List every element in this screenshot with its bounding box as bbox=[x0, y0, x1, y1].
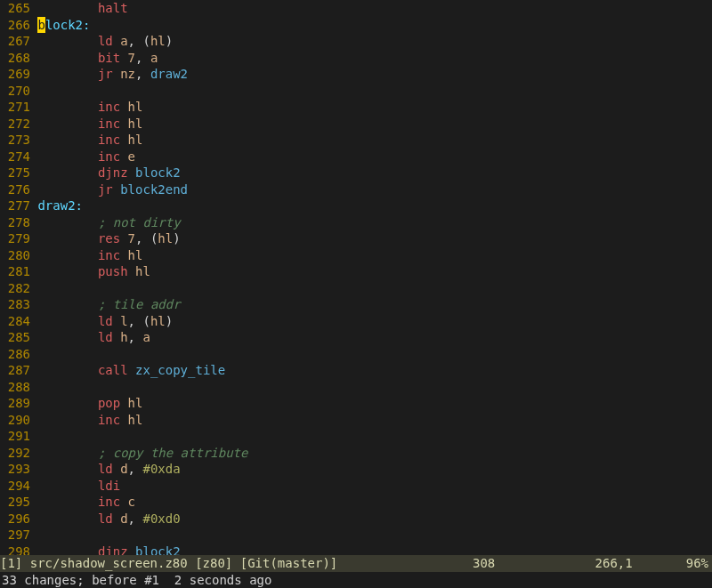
line-number: 289 bbox=[0, 395, 30, 412]
code-content: djnz block2 bbox=[37, 165, 180, 181]
line-number: 281 bbox=[0, 263, 30, 280]
code-line[interactable]: 290 inc hl bbox=[0, 412, 712, 429]
line-number: 284 bbox=[0, 313, 30, 330]
code-line[interactable]: 274 inc e bbox=[0, 149, 712, 165]
code-content: inc e bbox=[37, 149, 135, 165]
line-number: 274 bbox=[0, 149, 30, 165]
code-line[interactable]: 273 inc hl bbox=[0, 132, 712, 149]
line-number: 287 bbox=[0, 362, 30, 379]
line-number: 267 bbox=[0, 33, 30, 50]
code-content: res 7, (hl) bbox=[37, 230, 180, 247]
code-line[interactable]: 278 ; not dirty bbox=[0, 214, 712, 231]
code-line[interactable]: 271 inc hl bbox=[0, 99, 712, 116]
code-content: inc hl bbox=[37, 132, 142, 149]
line-number: 282 bbox=[0, 280, 30, 297]
code-content: jr block2end bbox=[37, 181, 188, 198]
code-line[interactable]: 282 bbox=[0, 280, 712, 297]
status-scroll-pct: 96% bbox=[686, 555, 712, 572]
status-file: [1] src/shadow_screen.z80 [z80] [Git(mas… bbox=[0, 555, 337, 572]
line-number: 286 bbox=[0, 346, 30, 363]
code-content: ld l, (hl) bbox=[37, 313, 173, 330]
code-line[interactable]: 293 ld d, #0xda bbox=[0, 461, 712, 478]
line-number: 270 bbox=[0, 83, 30, 100]
code-editor[interactable]: 265 halt266 block2:267 ld a, (hl)268 bit… bbox=[0, 0, 712, 576]
status-cursor-pos: 266,1 bbox=[595, 555, 686, 572]
line-number: 272 bbox=[0, 116, 30, 133]
code-line[interactable]: 267 ld a, (hl) bbox=[0, 33, 712, 50]
line-number: 268 bbox=[0, 50, 30, 67]
code-content: pop hl bbox=[37, 395, 142, 412]
code-line[interactable]: 286 bbox=[0, 346, 712, 363]
line-number: 292 bbox=[0, 445, 30, 462]
line-number: 297 bbox=[0, 527, 30, 544]
code-content: halt bbox=[37, 0, 127, 17]
status-lines: 308 bbox=[473, 555, 495, 572]
code-line[interactable]: 292 ; copy the attribute bbox=[0, 445, 712, 462]
line-number: 291 bbox=[0, 428, 30, 445]
code-line[interactable]: 283 ; tile addr bbox=[0, 296, 712, 313]
line-number: 277 bbox=[0, 197, 30, 214]
code-line[interactable]: 289 pop hl bbox=[0, 395, 712, 412]
code-line[interactable]: 277 draw2: bbox=[0, 197, 712, 214]
code-line[interactable]: 272 inc hl bbox=[0, 116, 712, 133]
line-number: 283 bbox=[0, 296, 30, 313]
code-content: inc hl bbox=[37, 412, 142, 429]
line-number: 265 bbox=[0, 0, 30, 17]
code-line[interactable]: 269 jr nz, draw2 bbox=[0, 66, 712, 83]
code-line[interactable]: 295 inc c bbox=[0, 494, 712, 511]
line-number: 266 bbox=[0, 17, 30, 34]
code-line[interactable]: 288 bbox=[0, 379, 712, 396]
code-line[interactable]: 280 inc hl bbox=[0, 247, 712, 264]
code-line[interactable]: 285 ld h, a bbox=[0, 329, 712, 346]
code-line[interactable]: 270 bbox=[0, 83, 712, 100]
code-line[interactable]: 281 push hl bbox=[0, 263, 712, 280]
code-content: ld d, #0xda bbox=[37, 461, 180, 478]
code-content: jr nz, draw2 bbox=[37, 66, 188, 83]
code-content: ldi bbox=[37, 478, 120, 495]
line-number: 271 bbox=[0, 99, 30, 116]
code-line[interactable]: 268 bit 7, a bbox=[0, 50, 712, 67]
line-number: 269 bbox=[0, 66, 30, 83]
status-bar: [1] src/shadow_screen.z80 [z80] [Git(mas… bbox=[0, 555, 712, 572]
code-content: ; not dirty bbox=[37, 214, 180, 231]
code-content: call zx_copy_tile bbox=[37, 362, 225, 379]
code-content: ld h, a bbox=[37, 329, 150, 346]
line-number: 288 bbox=[0, 379, 30, 396]
code-line[interactable]: 266 block2: bbox=[0, 17, 712, 34]
cursor: b bbox=[37, 17, 44, 34]
line-number: 279 bbox=[0, 230, 30, 247]
code-line[interactable]: 296 ld d, #0xd0 bbox=[0, 511, 712, 528]
code-line[interactable]: 275 djnz block2 bbox=[0, 165, 712, 181]
code-line[interactable]: 291 bbox=[0, 428, 712, 445]
code-line[interactable]: 284 ld l, (hl) bbox=[0, 313, 712, 330]
code-content: push hl bbox=[37, 263, 150, 280]
code-content: bit 7, a bbox=[37, 50, 158, 67]
code-content: inc hl bbox=[37, 116, 142, 133]
code-line[interactable]: 287 call zx_copy_tile bbox=[0, 362, 712, 379]
message-bar: 33 changes; before #1 2 seconds ago bbox=[0, 572, 712, 589]
code-content: ld d, #0xd0 bbox=[37, 511, 180, 528]
code-content: ld a, (hl) bbox=[37, 33, 173, 50]
line-number: 293 bbox=[0, 461, 30, 478]
code-line[interactable]: 297 bbox=[0, 527, 712, 544]
code-line[interactable]: 279 res 7, (hl) bbox=[0, 230, 712, 247]
line-number: 275 bbox=[0, 165, 30, 181]
line-number: 278 bbox=[0, 214, 30, 231]
line-number: 290 bbox=[0, 412, 30, 429]
code-content: block2: bbox=[37, 17, 90, 34]
code-line[interactable]: 265 halt bbox=[0, 0, 712, 17]
code-content: ; copy the attribute bbox=[37, 445, 247, 462]
code-line[interactable]: 276 jr block2end bbox=[0, 181, 712, 198]
line-number: 276 bbox=[0, 181, 30, 198]
code-content: draw2: bbox=[37, 197, 83, 214]
code-content: ; tile addr bbox=[37, 296, 180, 313]
line-number: 294 bbox=[0, 478, 30, 495]
line-number: 273 bbox=[0, 132, 30, 149]
line-number: 280 bbox=[0, 247, 30, 264]
code-content: inc hl bbox=[37, 247, 142, 264]
message-text: 33 changes; before #1 2 seconds ago bbox=[2, 572, 271, 589]
line-number: 285 bbox=[0, 329, 30, 346]
code-line[interactable]: 294 ldi bbox=[0, 478, 712, 495]
code-content: inc hl bbox=[37, 99, 142, 116]
line-number: 296 bbox=[0, 511, 30, 528]
